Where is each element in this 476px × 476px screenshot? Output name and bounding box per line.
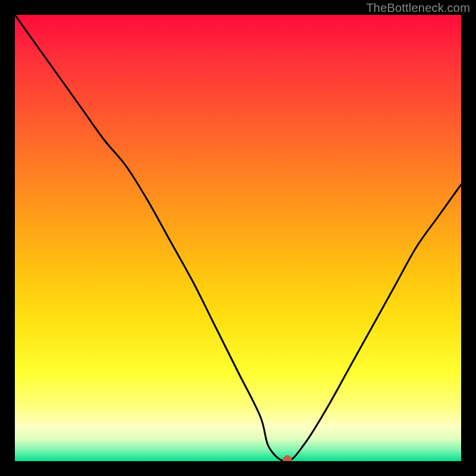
bottleneck-curve (15, 15, 461, 461)
curve-svg (15, 15, 461, 461)
outer-frame: TheBottleneck.com (0, 0, 476, 476)
plot-area (15, 15, 461, 461)
watermark-text: TheBottleneck.com (366, 1, 470, 15)
